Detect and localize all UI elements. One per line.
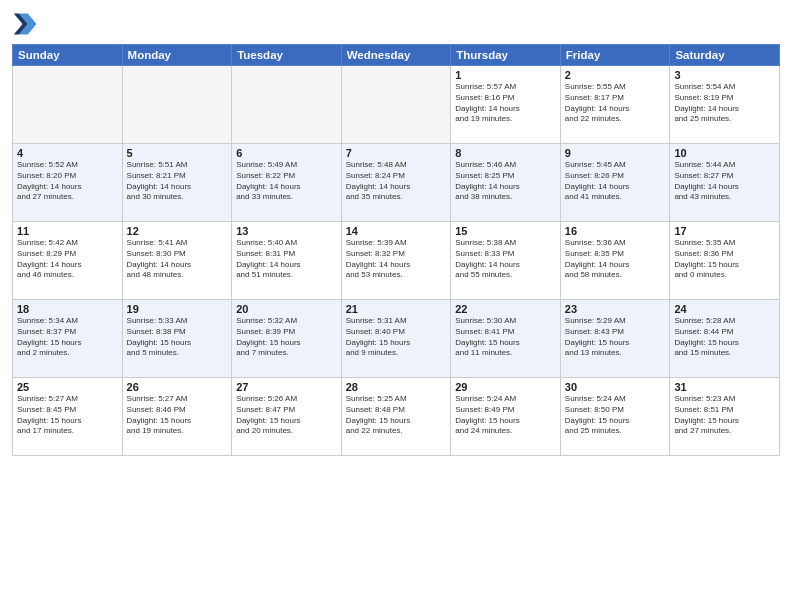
calendar-day-cell: 17Sunrise: 5:35 AM Sunset: 8:36 PM Dayli… [670,222,780,300]
weekday-header: Friday [560,45,670,66]
calendar-day-cell: 22Sunrise: 5:30 AM Sunset: 8:41 PM Dayli… [451,300,561,378]
weekday-header: Wednesday [341,45,451,66]
calendar-day-cell: 30Sunrise: 5:24 AM Sunset: 8:50 PM Dayli… [560,378,670,456]
page: SundayMondayTuesdayWednesdayThursdayFrid… [0,0,792,612]
day-detail: Sunrise: 5:34 AM Sunset: 8:37 PM Dayligh… [17,316,118,359]
weekday-header: Tuesday [232,45,342,66]
day-detail: Sunrise: 5:46 AM Sunset: 8:25 PM Dayligh… [455,160,556,203]
day-number: 4 [17,147,118,159]
calendar-week-row: 25Sunrise: 5:27 AM Sunset: 8:45 PM Dayli… [13,378,780,456]
calendar-table: SundayMondayTuesdayWednesdayThursdayFrid… [12,44,780,456]
day-detail: Sunrise: 5:49 AM Sunset: 8:22 PM Dayligh… [236,160,337,203]
calendar-day-cell [232,66,342,144]
day-detail: Sunrise: 5:28 AM Sunset: 8:44 PM Dayligh… [674,316,775,359]
calendar-day-cell [13,66,123,144]
day-detail: Sunrise: 5:41 AM Sunset: 8:30 PM Dayligh… [127,238,228,281]
day-number: 12 [127,225,228,237]
day-detail: Sunrise: 5:36 AM Sunset: 8:35 PM Dayligh… [565,238,666,281]
day-detail: Sunrise: 5:27 AM Sunset: 8:46 PM Dayligh… [127,394,228,437]
day-number: 27 [236,381,337,393]
day-detail: Sunrise: 5:42 AM Sunset: 8:29 PM Dayligh… [17,238,118,281]
day-number: 19 [127,303,228,315]
day-number: 7 [346,147,447,159]
day-detail: Sunrise: 5:54 AM Sunset: 8:19 PM Dayligh… [674,82,775,125]
day-detail: Sunrise: 5:25 AM Sunset: 8:48 PM Dayligh… [346,394,447,437]
day-detail: Sunrise: 5:27 AM Sunset: 8:45 PM Dayligh… [17,394,118,437]
calendar-day-cell: 2Sunrise: 5:55 AM Sunset: 8:17 PM Daylig… [560,66,670,144]
day-detail: Sunrise: 5:51 AM Sunset: 8:21 PM Dayligh… [127,160,228,203]
calendar-week-row: 18Sunrise: 5:34 AM Sunset: 8:37 PM Dayli… [13,300,780,378]
day-detail: Sunrise: 5:57 AM Sunset: 8:16 PM Dayligh… [455,82,556,125]
calendar-day-cell: 8Sunrise: 5:46 AM Sunset: 8:25 PM Daylig… [451,144,561,222]
calendar-day-cell: 12Sunrise: 5:41 AM Sunset: 8:30 PM Dayli… [122,222,232,300]
day-number: 28 [346,381,447,393]
weekday-header: Thursday [451,45,561,66]
day-number: 16 [565,225,666,237]
day-number: 14 [346,225,447,237]
calendar-week-row: 4Sunrise: 5:52 AM Sunset: 8:20 PM Daylig… [13,144,780,222]
calendar-day-cell: 3Sunrise: 5:54 AM Sunset: 8:19 PM Daylig… [670,66,780,144]
calendar-day-cell: 29Sunrise: 5:24 AM Sunset: 8:49 PM Dayli… [451,378,561,456]
day-number: 30 [565,381,666,393]
day-detail: Sunrise: 5:39 AM Sunset: 8:32 PM Dayligh… [346,238,447,281]
calendar-day-cell: 19Sunrise: 5:33 AM Sunset: 8:38 PM Dayli… [122,300,232,378]
day-detail: Sunrise: 5:23 AM Sunset: 8:51 PM Dayligh… [674,394,775,437]
calendar-day-cell: 5Sunrise: 5:51 AM Sunset: 8:21 PM Daylig… [122,144,232,222]
calendar-day-cell: 20Sunrise: 5:32 AM Sunset: 8:39 PM Dayli… [232,300,342,378]
calendar-day-cell: 27Sunrise: 5:26 AM Sunset: 8:47 PM Dayli… [232,378,342,456]
day-detail: Sunrise: 5:24 AM Sunset: 8:50 PM Dayligh… [565,394,666,437]
day-number: 13 [236,225,337,237]
calendar-day-cell: 7Sunrise: 5:48 AM Sunset: 8:24 PM Daylig… [341,144,451,222]
day-number: 10 [674,147,775,159]
calendar-day-cell: 15Sunrise: 5:38 AM Sunset: 8:33 PM Dayli… [451,222,561,300]
calendar-day-cell: 23Sunrise: 5:29 AM Sunset: 8:43 PM Dayli… [560,300,670,378]
day-number: 9 [565,147,666,159]
calendar-day-cell: 4Sunrise: 5:52 AM Sunset: 8:20 PM Daylig… [13,144,123,222]
day-number: 11 [17,225,118,237]
day-number: 18 [17,303,118,315]
day-number: 1 [455,69,556,81]
day-number: 22 [455,303,556,315]
calendar-week-row: 1Sunrise: 5:57 AM Sunset: 8:16 PM Daylig… [13,66,780,144]
day-number: 17 [674,225,775,237]
calendar-day-cell: 14Sunrise: 5:39 AM Sunset: 8:32 PM Dayli… [341,222,451,300]
calendar-day-cell: 9Sunrise: 5:45 AM Sunset: 8:26 PM Daylig… [560,144,670,222]
calendar-day-cell: 1Sunrise: 5:57 AM Sunset: 8:16 PM Daylig… [451,66,561,144]
calendar-day-cell: 28Sunrise: 5:25 AM Sunset: 8:48 PM Dayli… [341,378,451,456]
calendar-day-cell: 13Sunrise: 5:40 AM Sunset: 8:31 PM Dayli… [232,222,342,300]
calendar-day-cell: 24Sunrise: 5:28 AM Sunset: 8:44 PM Dayli… [670,300,780,378]
calendar-day-cell: 31Sunrise: 5:23 AM Sunset: 8:51 PM Dayli… [670,378,780,456]
calendar-day-cell: 16Sunrise: 5:36 AM Sunset: 8:35 PM Dayli… [560,222,670,300]
day-detail: Sunrise: 5:52 AM Sunset: 8:20 PM Dayligh… [17,160,118,203]
day-detail: Sunrise: 5:31 AM Sunset: 8:40 PM Dayligh… [346,316,447,359]
calendar-day-cell [122,66,232,144]
day-number: 20 [236,303,337,315]
calendar-day-cell: 26Sunrise: 5:27 AM Sunset: 8:46 PM Dayli… [122,378,232,456]
day-number: 2 [565,69,666,81]
day-number: 5 [127,147,228,159]
day-detail: Sunrise: 5:38 AM Sunset: 8:33 PM Dayligh… [455,238,556,281]
calendar-day-cell: 11Sunrise: 5:42 AM Sunset: 8:29 PM Dayli… [13,222,123,300]
day-detail: Sunrise: 5:48 AM Sunset: 8:24 PM Dayligh… [346,160,447,203]
header [12,10,780,38]
calendar-day-cell [341,66,451,144]
day-number: 24 [674,303,775,315]
day-number: 23 [565,303,666,315]
day-detail: Sunrise: 5:24 AM Sunset: 8:49 PM Dayligh… [455,394,556,437]
logo-icon [12,10,40,38]
day-number: 8 [455,147,556,159]
day-detail: Sunrise: 5:32 AM Sunset: 8:39 PM Dayligh… [236,316,337,359]
day-detail: Sunrise: 5:44 AM Sunset: 8:27 PM Dayligh… [674,160,775,203]
day-detail: Sunrise: 5:35 AM Sunset: 8:36 PM Dayligh… [674,238,775,281]
day-detail: Sunrise: 5:45 AM Sunset: 8:26 PM Dayligh… [565,160,666,203]
day-detail: Sunrise: 5:40 AM Sunset: 8:31 PM Dayligh… [236,238,337,281]
day-number: 6 [236,147,337,159]
logo [12,10,44,38]
day-detail: Sunrise: 5:33 AM Sunset: 8:38 PM Dayligh… [127,316,228,359]
calendar-day-cell: 21Sunrise: 5:31 AM Sunset: 8:40 PM Dayli… [341,300,451,378]
day-number: 3 [674,69,775,81]
day-detail: Sunrise: 5:29 AM Sunset: 8:43 PM Dayligh… [565,316,666,359]
day-detail: Sunrise: 5:55 AM Sunset: 8:17 PM Dayligh… [565,82,666,125]
calendar-day-cell: 10Sunrise: 5:44 AM Sunset: 8:27 PM Dayli… [670,144,780,222]
day-number: 21 [346,303,447,315]
